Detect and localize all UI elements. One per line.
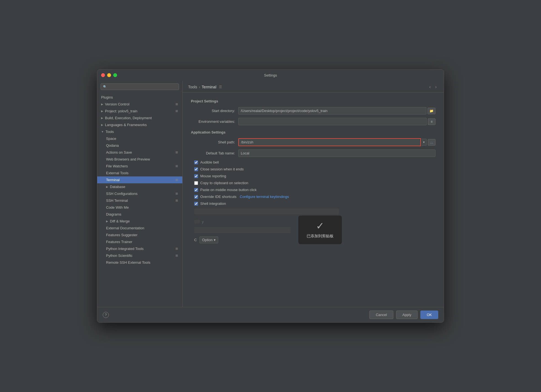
panel-header: Tools › Terminal ☰ ‹ › [183,81,444,92]
app-settings-title: Application Settings [191,130,435,134]
shell-path-label: Shell path: [191,140,235,144]
sidebar-item-version-control[interactable]: ▶ Version Control ⊞ [97,101,182,108]
python-scientific-label: Python Scientific [106,254,132,258]
close-button[interactable] [101,73,105,77]
sidebar-item-database[interactable]: ▶ Database [97,183,182,190]
settings-icon-9: ⊞ [175,254,178,258]
settings-window: Settings 🔍 Plugins ▶ [97,69,444,323]
paste-middle-checkbox[interactable] [194,188,198,192]
start-directory-input[interactable] [238,107,426,115]
shell-path-dropdown-button[interactable]: ▾ [421,139,427,146]
env-variables-label: Environment variables: [191,119,235,124]
settings-icon-7: ⊞ [175,199,178,203]
panel-body: Project Settings Start directory: 📁 Envi… [183,92,444,307]
database-label: Database [110,185,125,189]
maximize-button[interactable] [113,73,117,77]
breadcrumb-sep: › [199,85,200,89]
env-variables-row: Environment variables: ≡ [191,118,435,125]
sidebar-item-python-scientific[interactable]: Python Scientific ⊞ [97,252,182,259]
paste-middle-row: Paste on middle mouse button click [191,188,435,192]
default-tab-input[interactable] [238,149,435,157]
c-combo[interactable]: Option ▾ [199,236,218,243]
web-browsers-label: Web Browsers and Preview [106,157,150,161]
terminal-label: Terminal [106,178,120,182]
sidebar-item-features-suggester[interactable]: Features Suggester [97,232,182,238]
sidebar-item-ssh-config[interactable]: SSH Configurations ⊞ [97,190,182,197]
check-icon: ✓ [316,221,324,231]
shell-integration-checkbox[interactable] [194,202,198,206]
sidebar-item-actions-on-save[interactable]: Actions on Save ⊞ [97,149,182,156]
copy-clipboard-row: Copy to clipboard on selection [191,181,435,185]
project-label: Project: yolov5_train [105,109,137,113]
back-button[interactable]: ‹ [428,84,432,90]
close-session-checkbox[interactable] [194,167,198,171]
ok-button[interactable]: OK [420,311,438,319]
shell-path-more-button[interactable]: … [428,139,435,146]
titlebar: Settings [97,70,444,81]
settings-icon-6: ⊞ [175,192,178,196]
shell-path-row: Shell path: ▾ … [191,138,435,146]
sidebar-item-external-doc[interactable]: External Documentation [97,225,182,232]
partial-row-1 [191,208,435,216]
qodana-label: Qodana [106,143,119,148]
chevron-down-icon: ▼ [101,130,104,133]
sidebar-item-remote-ssh[interactable]: Remote SSH External Tools [97,259,182,266]
actions-save-label: Actions on Save [106,150,132,154]
settings-icon-8: ⊞ [175,247,178,251]
sidebar-item-file-watchers[interactable]: File Watchers ⊞ [97,163,182,170]
shell-path-input[interactable] [238,138,421,146]
copy-clipboard-checkbox[interactable] [194,181,198,185]
sidebar-item-tools[interactable]: ▼ Tools [97,128,182,135]
sidebar-item-web-browsers[interactable]: Web Browsers and Preview [97,156,182,163]
env-variables-field: ≡ [238,118,435,125]
default-tab-label: Default Tab name: [191,151,235,155]
sidebar-item-ssh-terminal[interactable]: SSH Terminal ⊞ [97,197,182,204]
mouse-reporting-checkbox[interactable] [194,174,198,178]
build-label: Build, Execution, Deployment [105,116,152,120]
sidebar: 🔍 Plugins ▶ Version Control ⊞ [97,81,183,307]
env-variables-input[interactable] [238,118,427,125]
sidebar-item-build[interactable]: ▶ Build, Execution, Deployment [97,115,182,121]
forward-button[interactable]: › [434,84,438,90]
sidebar-item-project[interactable]: ▶ Project: yolov5_train ⊞ [97,108,182,115]
features-trainer-label: Features Trainer [106,240,132,244]
sidebar-item-diff-merge[interactable]: ▶ Diff & Merge [97,218,182,225]
chevron-right-icon-4: ▶ [101,123,103,126]
override-shortcuts-checkbox[interactable] [194,195,198,199]
search-input[interactable] [109,85,177,89]
sidebar-item-languages[interactable]: ▶ Languages & Frameworks [97,121,182,128]
settings-icon-2: ⊞ [175,109,178,113]
settings-icon: ⊞ [175,102,178,106]
configure-keybindings-link[interactable]: Configure terminal keybindings [240,195,289,199]
audible-bell-checkbox[interactable] [194,160,198,164]
sidebar-item-terminal[interactable]: Terminal ⊞ [97,176,182,183]
start-directory-row: Start directory: 📁 [191,107,435,115]
sidebar-item-space[interactable]: Space [97,135,182,142]
apply-button[interactable]: Apply [396,311,418,319]
search-wrap[interactable]: 🔍 [101,83,179,90]
sidebar-item-code-with-me[interactable]: Code With Me [97,204,182,211]
env-variables-edit-button[interactable]: ≡ [428,118,435,125]
external-tools-label: External Tools [106,171,128,175]
sidebar-item-qodana[interactable]: Qodana [97,142,182,149]
sidebar-item-external-tools[interactable]: External Tools [97,170,182,176]
python-integrated-label: Python Integrated Tools [106,247,144,251]
sidebar-item-python-integrated[interactable]: Python Integrated Tools ⊞ [97,245,182,252]
help-button[interactable]: ? [103,312,109,318]
project-settings-title: Project Settings [191,99,435,103]
chevron-right-icon-3: ▶ [101,116,103,119]
shell-path-field: ▾ … [238,138,435,146]
sidebar-section: Plugins ▶ Version Control ⊞ ▶ Project: y… [97,93,182,267]
sidebar-item-diagrams[interactable]: Diagrams [97,211,182,218]
start-directory-folder-button[interactable]: 📁 [428,108,435,114]
sidebar-item-features-trainer[interactable]: Features Trainer [97,238,182,245]
sidebar-item-plugins[interactable]: Plugins [97,94,182,101]
mouse-reporting-label: Mouse reporting [200,174,226,178]
features-suggester-label: Features Suggester [106,233,137,237]
close-session-row: Close session when it ends [191,167,435,171]
breadcrumb-current: Terminal [202,85,216,89]
minimize-button[interactable] [107,73,111,77]
clipboard-toast: ✓ 已添加到剪贴板 [298,216,342,244]
start-directory-field: 📁 [238,107,435,115]
cancel-button[interactable]: Cancel [369,311,393,319]
